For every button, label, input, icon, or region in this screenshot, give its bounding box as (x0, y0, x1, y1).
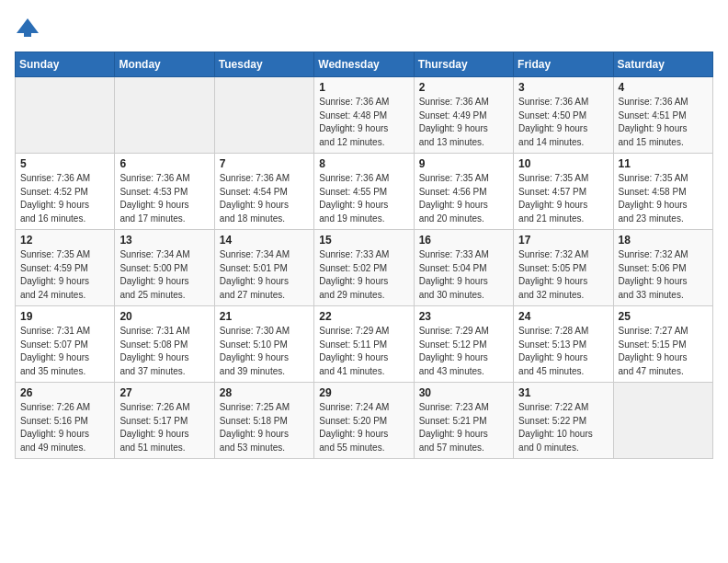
calendar-cell (16, 77, 115, 154)
day-info: Sunrise: 7:29 AM Sunset: 5:11 PM Dayligh… (319, 325, 408, 378)
day-info: Sunrise: 7:32 AM Sunset: 5:05 PM Dayligh… (518, 248, 608, 302)
day-info: Sunrise: 7:24 AM Sunset: 5:20 PM Dayligh… (319, 401, 408, 454)
day-number: 26 (20, 386, 109, 399)
day-number: 7 (220, 157, 309, 170)
day-info: Sunrise: 7:32 AM Sunset: 5:06 PM Dayligh… (619, 248, 708, 302)
calendar-cell: 10Sunrise: 7:35 AM Sunset: 4:57 PM Dayli… (514, 154, 613, 230)
day-info: Sunrise: 7:36 AM Sunset: 4:52 PM Dayligh… (20, 172, 109, 225)
day-number: 2 (419, 81, 508, 94)
day-number: 27 (119, 386, 209, 399)
day-info: Sunrise: 7:27 AM Sunset: 5:15 PM Dayligh… (619, 325, 708, 378)
day-number: 13 (119, 234, 209, 247)
day-number: 4 (619, 81, 708, 94)
day-number: 16 (419, 234, 508, 247)
day-number: 22 (319, 310, 408, 323)
calendar-table: SundayMondayTuesdayWednesdayThursdayFrid… (15, 52, 713, 459)
calendar-cell: 21Sunrise: 7:30 AM Sunset: 5:10 PM Dayli… (214, 306, 313, 383)
calendar-cell: 6Sunrise: 7:36 AM Sunset: 4:53 PM Daylig… (115, 154, 214, 230)
calendar-week-row: 5Sunrise: 7:36 AM Sunset: 4:52 PM Daylig… (16, 154, 713, 230)
day-info: Sunrise: 7:36 AM Sunset: 4:54 PM Dayligh… (220, 172, 309, 225)
day-number: 11 (619, 157, 708, 170)
calendar-cell: 16Sunrise: 7:33 AM Sunset: 5:04 PM Dayli… (414, 230, 513, 306)
calendar-cell: 19Sunrise: 7:31 AM Sunset: 5:07 PM Dayli… (16, 306, 115, 383)
day-info: Sunrise: 7:35 AM Sunset: 4:56 PM Dayligh… (419, 172, 508, 225)
day-number: 1 (319, 81, 408, 94)
day-info: Sunrise: 7:22 AM Sunset: 5:22 PM Dayligh… (518, 401, 608, 454)
calendar-cell: 4Sunrise: 7:36 AM Sunset: 4:51 PM Daylig… (613, 77, 712, 154)
calendar-cell: 15Sunrise: 7:33 AM Sunset: 5:02 PM Dayli… (314, 230, 414, 306)
calendar-cell: 29Sunrise: 7:24 AM Sunset: 5:20 PM Dayli… (314, 383, 414, 459)
day-info: Sunrise: 7:35 AM Sunset: 4:59 PM Dayligh… (20, 248, 109, 302)
calendar-cell: 17Sunrise: 7:32 AM Sunset: 5:05 PM Dayli… (514, 230, 613, 306)
day-number: 12 (20, 234, 109, 247)
svg-rect-1 (24, 31, 31, 37)
calendar-cell: 1Sunrise: 7:36 AM Sunset: 4:48 PM Daylig… (314, 77, 414, 154)
day-info: Sunrise: 7:23 AM Sunset: 5:21 PM Dayligh… (419, 401, 508, 454)
day-number: 14 (220, 234, 309, 247)
calendar-cell: 31Sunrise: 7:22 AM Sunset: 5:22 PM Dayli… (514, 383, 613, 459)
calendar-cell: 11Sunrise: 7:35 AM Sunset: 4:58 PM Dayli… (613, 154, 712, 230)
day-number: 28 (220, 386, 309, 399)
day-info: Sunrise: 7:29 AM Sunset: 5:12 PM Dayligh… (419, 325, 508, 378)
page-header (15, 15, 713, 40)
day-number: 24 (518, 310, 608, 323)
day-info: Sunrise: 7:31 AM Sunset: 5:08 PM Dayligh… (119, 325, 209, 378)
calendar-week-row: 1Sunrise: 7:36 AM Sunset: 4:48 PM Daylig… (16, 77, 713, 154)
calendar-cell: 24Sunrise: 7:28 AM Sunset: 5:13 PM Dayli… (514, 306, 613, 383)
calendar-cell: 26Sunrise: 7:26 AM Sunset: 5:16 PM Dayli… (16, 383, 115, 459)
weekday-header-monday: Monday (115, 52, 214, 77)
day-info: Sunrise: 7:36 AM Sunset: 4:53 PM Dayligh… (119, 172, 209, 225)
day-info: Sunrise: 7:36 AM Sunset: 4:49 PM Dayligh… (419, 96, 508, 149)
calendar-cell: 12Sunrise: 7:35 AM Sunset: 4:59 PM Dayli… (16, 230, 115, 306)
calendar-cell: 5Sunrise: 7:36 AM Sunset: 4:52 PM Daylig… (16, 154, 115, 230)
weekday-header-tuesday: Tuesday (214, 52, 313, 77)
day-info: Sunrise: 7:31 AM Sunset: 5:07 PM Dayligh… (20, 325, 109, 378)
weekday-header-thursday: Thursday (414, 52, 513, 77)
day-number: 21 (220, 310, 309, 323)
day-info: Sunrise: 7:26 AM Sunset: 5:17 PM Dayligh… (119, 401, 209, 454)
day-number: 25 (619, 310, 708, 323)
calendar-cell: 30Sunrise: 7:23 AM Sunset: 5:21 PM Dayli… (414, 383, 513, 459)
weekday-header-saturday: Saturday (613, 52, 712, 77)
day-number: 29 (319, 386, 408, 399)
calendar-cell: 3Sunrise: 7:36 AM Sunset: 4:50 PM Daylig… (514, 77, 613, 154)
logo-icon (15, 15, 40, 40)
day-info: Sunrise: 7:34 AM Sunset: 5:01 PM Dayligh… (220, 248, 309, 302)
day-info: Sunrise: 7:34 AM Sunset: 5:00 PM Dayligh… (119, 248, 209, 302)
calendar-cell: 8Sunrise: 7:36 AM Sunset: 4:55 PM Daylig… (314, 154, 414, 230)
calendar-cell: 7Sunrise: 7:36 AM Sunset: 4:54 PM Daylig… (214, 154, 313, 230)
calendar-cell: 23Sunrise: 7:29 AM Sunset: 5:12 PM Dayli… (414, 306, 513, 383)
calendar-cell (613, 383, 712, 459)
calendar-cell: 28Sunrise: 7:25 AM Sunset: 5:18 PM Dayli… (214, 383, 313, 459)
logo (15, 15, 44, 40)
calendar-cell: 18Sunrise: 7:32 AM Sunset: 5:06 PM Dayli… (613, 230, 712, 306)
day-info: Sunrise: 7:36 AM Sunset: 4:51 PM Dayligh… (619, 96, 708, 149)
day-info: Sunrise: 7:36 AM Sunset: 4:55 PM Dayligh… (319, 172, 408, 225)
calendar-cell: 25Sunrise: 7:27 AM Sunset: 5:15 PM Dayli… (613, 306, 712, 383)
day-number: 19 (20, 310, 109, 323)
calendar-cell: 27Sunrise: 7:26 AM Sunset: 5:17 PM Dayli… (115, 383, 214, 459)
calendar-cell: 20Sunrise: 7:31 AM Sunset: 5:08 PM Dayli… (115, 306, 214, 383)
day-number: 31 (518, 386, 608, 399)
calendar-cell: 14Sunrise: 7:34 AM Sunset: 5:01 PM Dayli… (214, 230, 313, 306)
day-info: Sunrise: 7:26 AM Sunset: 5:16 PM Dayligh… (20, 401, 109, 454)
calendar-cell (214, 77, 313, 154)
day-info: Sunrise: 7:36 AM Sunset: 4:50 PM Dayligh… (518, 96, 608, 149)
day-info: Sunrise: 7:33 AM Sunset: 5:04 PM Dayligh… (419, 248, 508, 302)
day-info: Sunrise: 7:36 AM Sunset: 4:48 PM Dayligh… (319, 96, 408, 149)
day-number: 17 (518, 234, 608, 247)
day-info: Sunrise: 7:28 AM Sunset: 5:13 PM Dayligh… (518, 325, 608, 378)
day-number: 23 (419, 310, 508, 323)
day-info: Sunrise: 7:33 AM Sunset: 5:02 PM Dayligh… (319, 248, 408, 302)
day-info: Sunrise: 7:30 AM Sunset: 5:10 PM Dayligh… (220, 325, 309, 378)
calendar-cell: 9Sunrise: 7:35 AM Sunset: 4:56 PM Daylig… (414, 154, 513, 230)
svg-marker-0 (17, 18, 39, 33)
weekday-header-sunday: Sunday (16, 52, 115, 77)
calendar-cell (115, 77, 214, 154)
weekday-header-wednesday: Wednesday (314, 52, 414, 77)
day-number: 6 (119, 157, 209, 170)
day-info: Sunrise: 7:35 AM Sunset: 4:58 PM Dayligh… (619, 172, 708, 225)
calendar-week-row: 12Sunrise: 7:35 AM Sunset: 4:59 PM Dayli… (16, 230, 713, 306)
weekday-header-row: SundayMondayTuesdayWednesdayThursdayFrid… (16, 52, 713, 77)
day-number: 5 (20, 157, 109, 170)
